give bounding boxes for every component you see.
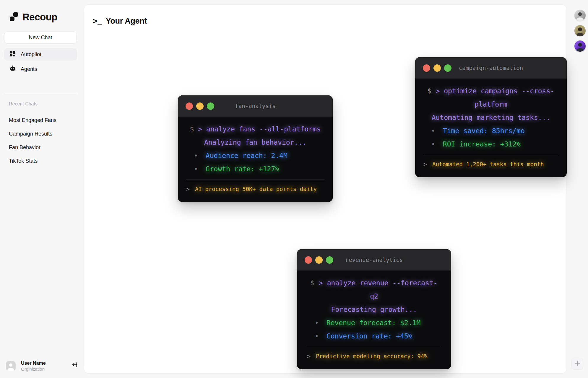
terminal-metric: •ROI increase: +312% (423, 138, 558, 151)
user-organization: Orginization (21, 366, 46, 372)
terminal-footer: >AI processing 50K+ data points daily (186, 183, 324, 195)
page-header: >_ Your Agent (93, 17, 147, 26)
robot-icon (9, 65, 16, 73)
brand-name: Recoup (22, 12, 57, 23)
terminal-divider (186, 180, 324, 180)
recoup-logo-icon (7, 11, 19, 24)
page-title: Your Agent (106, 17, 147, 26)
terminal-body: $ > analyze fans --all-platforms Analyzi… (178, 117, 333, 202)
plus-icon (574, 360, 581, 368)
minimize-traffic-light-icon[interactable] (315, 256, 323, 264)
artist-avatar-2[interactable] (574, 25, 586, 36)
traffic-lights (186, 102, 214, 110)
terminal-window-fan-analysis: fan-analysis $ > analyze fans --all-plat… (178, 95, 333, 202)
sidebar-item-autopilot[interactable]: Autopilot (4, 48, 77, 61)
terminal-command-line: $ > optimize campaigns --cross-platform (423, 84, 558, 111)
terminal-command-line: $ > analyze revenue --forecast-q2 (307, 276, 441, 303)
terminal-metric: •Growth rate: +127% (186, 162, 324, 176)
bullet-icon: • (315, 330, 319, 343)
terminal-metric: •Revenue forecast: $2.1M (307, 316, 441, 330)
recent-chat-campaign-results[interactable]: Campaign Results (9, 127, 56, 141)
terminal-window-revenue-analytics: revenue-analytics $ > analyze revenue --… (297, 249, 451, 369)
terminal-status: Forecasting growth... (307, 303, 441, 316)
bullet-icon: • (315, 316, 319, 330)
maximize-traffic-light-icon[interactable] (207, 102, 214, 110)
minimize-traffic-light-icon[interactable] (433, 64, 441, 72)
terminal-divider (307, 347, 441, 347)
terminal-footer: >Automated 1,200+ tasks this month (423, 158, 558, 171)
terminal-status: Analyzing fan behavior... (186, 136, 324, 149)
avatar-rail (574, 10, 586, 52)
recent-chat-tiktok-stats[interactable]: TikTok Stats (9, 154, 56, 168)
sidebar-item-label: Agents (21, 66, 37, 72)
terminal-metric: •Time saved: 85hrs/mo (423, 124, 558, 138)
user-avatar (6, 361, 16, 371)
sidebar-item-agents[interactable]: Agents (4, 63, 77, 75)
recent-chat-fan-behavior[interactable]: Fan Behavior (9, 141, 56, 154)
artist-avatar-1[interactable] (574, 10, 586, 21)
terminal-prompt-glyph: >_ (93, 17, 102, 26)
collapse-sidebar-icon (71, 361, 78, 369)
new-chat-button[interactable]: New Chat (4, 32, 77, 43)
terminal-command: > optimize campaigns --cross-platform (436, 87, 555, 108)
add-button[interactable] (571, 358, 583, 370)
terminal-body: $ > analyze revenue --forecast-q2 Foreca… (297, 271, 451, 369)
maximize-traffic-light-icon[interactable] (444, 64, 451, 72)
bullet-icon: • (431, 124, 435, 138)
traffic-lights (423, 64, 451, 72)
terminal-metric: •Audience reach: 2.4M (186, 149, 324, 162)
bullet-icon: • (194, 149, 198, 162)
brand-logo: Recoup (7, 11, 57, 24)
maximize-traffic-light-icon[interactable] (326, 256, 333, 264)
terminal-window-campaign-automation: campaign-automation $ > optimize campaig… (415, 57, 567, 177)
close-traffic-light-icon[interactable] (305, 256, 312, 264)
terminal-metric: •Conversion rate: +45% (307, 330, 441, 343)
artist-avatar-3[interactable] (574, 40, 586, 52)
terminal-body: $ > optimize campaigns --cross-platform … (415, 79, 567, 177)
bullet-icon: • (194, 162, 198, 176)
terminal-divider (423, 155, 558, 155)
user-profile[interactable]: User Name Orginization (6, 361, 46, 372)
traffic-lights (305, 256, 333, 264)
sidebar: Recoup New Chat Autopilot (0, 0, 84, 378)
terminal-titlebar: campaign-automation (415, 57, 567, 79)
recent-chat-most-engaged-fans[interactable]: Most Engaged Fans (9, 113, 56, 127)
terminal-command-line: $ > analyze fans --all-platforms (186, 123, 324, 136)
sidebar-nav: Autopilot Agents (4, 48, 77, 75)
minimize-traffic-light-icon[interactable] (196, 102, 204, 110)
close-traffic-light-icon[interactable] (186, 102, 193, 110)
terminal-titlebar: revenue-analytics (297, 249, 451, 271)
sidebar-divider (4, 94, 77, 94)
terminal-footer: >Predictive modeling accuracy: 94% (307, 350, 441, 363)
main-content-card: >_ Your Agent fan-analysis $ > analyze f… (84, 4, 567, 374)
recent-chats-list: Most Engaged Fans Campaign Results Fan B… (9, 113, 56, 168)
terminal-status: Automating marketing tasks... (423, 111, 558, 124)
collapse-sidebar-button[interactable] (71, 361, 79, 369)
dashboard-icon (9, 50, 16, 58)
terminal-titlebar: fan-analysis (178, 95, 333, 117)
sidebar-item-label: Autopilot (21, 51, 41, 58)
user-name: User Name (21, 361, 46, 366)
recent-chats-heading: Recent Chats (9, 101, 38, 107)
terminal-command: > analyze revenue --forecast-q2 (319, 279, 438, 300)
bullet-icon: • (431, 138, 435, 151)
close-traffic-light-icon[interactable] (423, 64, 430, 72)
terminal-command: > analyze fans --all-platforms (198, 125, 321, 133)
